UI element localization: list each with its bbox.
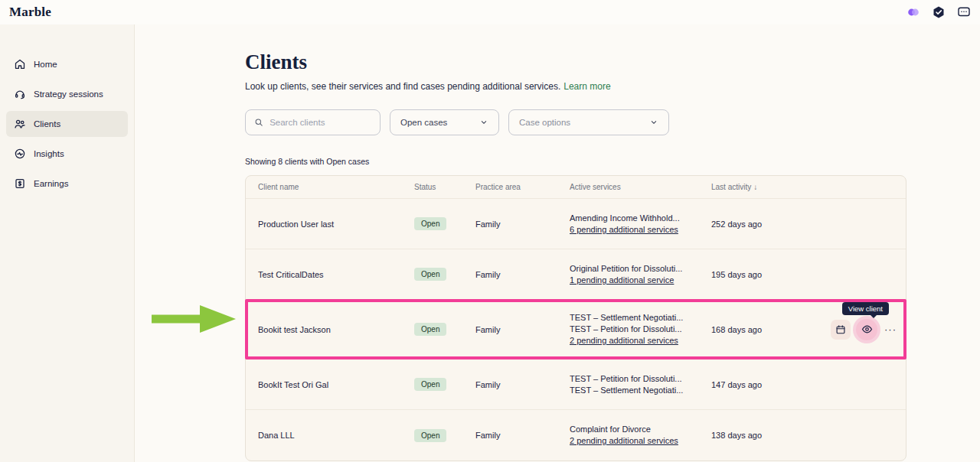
filter-case-options-value: Case options — [519, 118, 570, 127]
filter-open-cases-value: Open cases — [400, 118, 447, 127]
schedule-button[interactable] — [831, 320, 851, 340]
chevron-down-icon — [479, 118, 488, 127]
pending-services-link[interactable]: 1 pending additional service — [570, 275, 711, 286]
client-name-cell: Test CriticalDates — [258, 270, 414, 279]
service-line: Original Petition for Dissoluti... — [570, 263, 711, 275]
service-line: Amending Income Withhold... — [570, 213, 711, 224]
filter-open-cases[interactable]: Open cases — [390, 109, 499, 135]
status-badge: Open — [414, 429, 446, 442]
status-badge: Open — [414, 378, 446, 391]
sidebar-item-home[interactable]: Home — [6, 51, 128, 77]
col-client-name: Client name — [258, 183, 414, 191]
search-box — [245, 109, 381, 135]
pending-services-link[interactable]: 2 pending additional services — [570, 435, 711, 447]
col-practice-area: Practice area — [475, 183, 570, 191]
topbar-icons — [906, 5, 971, 19]
sidebar-item-label: Clients — [34, 119, 60, 129]
headset-icon — [14, 88, 26, 100]
last-activity-cell: 138 days ago — [711, 431, 893, 440]
page-title: Clients — [245, 50, 906, 74]
sidebar-item-clients[interactable]: Clients — [6, 111, 128, 137]
status-badge: Open — [414, 268, 446, 281]
page-subtitle-text: Look up clients, see their services and … — [245, 81, 560, 92]
page-subtitle: Look up clients, see their services and … — [245, 81, 906, 92]
sidebar-item-label: Strategy sessions — [34, 89, 103, 99]
sidebar-item-earnings[interactable]: Earnings — [6, 171, 128, 197]
earnings-icon — [14, 177, 26, 190]
chevron-down-icon — [649, 118, 658, 127]
chat-icon[interactable] — [957, 5, 971, 19]
practice-area-cell: Family — [475, 380, 570, 389]
calendar-icon — [835, 324, 846, 335]
client-name-cell: Dana LLL — [258, 431, 414, 440]
col-last-activity[interactable]: Last activity↓ — [711, 183, 893, 191]
col-last-activity-label: Last activity — [711, 183, 751, 191]
brand-logo: Marble — [9, 5, 51, 20]
last-activity-cell: 195 days ago — [711, 270, 893, 279]
service-line: TEST – Settlement Negotiati... — [570, 312, 711, 324]
col-status: Status — [414, 183, 475, 191]
insights-icon — [14, 148, 26, 160]
table-row[interactable]: Dana LLL Open Family Complaint for Divor… — [246, 410, 906, 460]
status-badge: Open — [414, 323, 446, 336]
table-row[interactable]: BookIt Test Ori Gal Open Family TEST – P… — [246, 360, 906, 410]
sidebar-item-label: Home — [34, 60, 57, 69]
service-line: TEST – Petition for Dissoluti... — [570, 324, 711, 335]
learn-more-link[interactable]: Learn more — [564, 81, 610, 92]
clients-table: Client name Status Practice area Active … — [245, 175, 906, 461]
sidebar-item-label: Earnings — [34, 179, 68, 188]
practice-area-cell: Family — [475, 431, 570, 440]
security-icon[interactable] — [932, 5, 946, 19]
col-active-services: Active services — [570, 183, 711, 191]
practice-area-cell: Family — [475, 220, 570, 229]
topbar: Marble — [0, 0, 980, 24]
eye-icon — [861, 324, 873, 335]
filter-bar: Open cases Case options — [245, 109, 906, 135]
sidebar-item-insights[interactable]: Insights — [6, 141, 128, 167]
status-badge: Open — [414, 217, 446, 230]
last-activity-cell: 252 days ago — [711, 220, 893, 229]
pending-services-link[interactable]: 6 pending additional services — [570, 224, 711, 236]
active-services-cell: Original Petition for Dissoluti... 1 pen… — [570, 263, 711, 286]
view-client-tooltip: View client — [842, 302, 889, 315]
main-content: Clients Look up clients, see their servi… — [135, 24, 980, 462]
view-client-button[interactable] — [856, 319, 877, 340]
filter-case-options[interactable]: Case options — [508, 109, 669, 135]
active-services-cell: TEST – Settlement Negotiati... TEST – Pe… — [570, 312, 711, 346]
practice-area-cell: Family — [475, 270, 570, 279]
search-input[interactable] — [270, 118, 371, 127]
last-activity-cell: 147 days ago — [711, 380, 893, 389]
row-actions: ··· — [831, 319, 898, 340]
service-line: TEST – Settlement Negotiati... — [570, 385, 711, 396]
service-line: TEST – Petition for Dissoluti... — [570, 373, 711, 385]
practice-area-cell: Family — [475, 325, 570, 334]
home-icon — [14, 58, 26, 70]
active-services-cell: TEST – Petition for Dissoluti... TEST – … — [570, 373, 711, 396]
active-services-cell: Amending Income Withhold... 6 pending ad… — [570, 213, 711, 236]
sort-desc-icon: ↓ — [753, 183, 757, 191]
results-summary: Showing 8 clients with Open cases — [245, 157, 906, 166]
table-row-highlighted[interactable]: Bookit test Jackson Open Family TEST – S… — [246, 300, 906, 360]
clients-icon — [14, 118, 26, 130]
sidebar-item-label: Insights — [34, 149, 64, 158]
table-header: Client name Status Practice area Active … — [246, 176, 906, 199]
sidebar-item-strategy-sessions[interactable]: Strategy sessions — [6, 81, 128, 107]
client-name-cell: Bookit test Jackson — [258, 325, 414, 334]
table-row[interactable]: Production User last Open Family Amendin… — [246, 199, 906, 249]
table-row[interactable]: Test CriticalDates Open Family Original … — [246, 249, 906, 300]
sidebar: Home Strategy sessions Clients Insights … — [0, 24, 135, 462]
pending-services-link[interactable]: 2 pending additional services — [570, 335, 711, 346]
integrations-icon[interactable] — [906, 5, 920, 19]
service-line: Complaint for Divorce — [570, 424, 711, 435]
active-services-cell: Complaint for Divorce 2 pending addition… — [570, 424, 711, 447]
client-name-cell: BookIt Test Ori Gal — [258, 380, 414, 389]
search-icon — [254, 117, 263, 128]
client-name-cell: Production User last — [258, 220, 414, 229]
more-actions-button[interactable]: ··· — [883, 324, 898, 335]
